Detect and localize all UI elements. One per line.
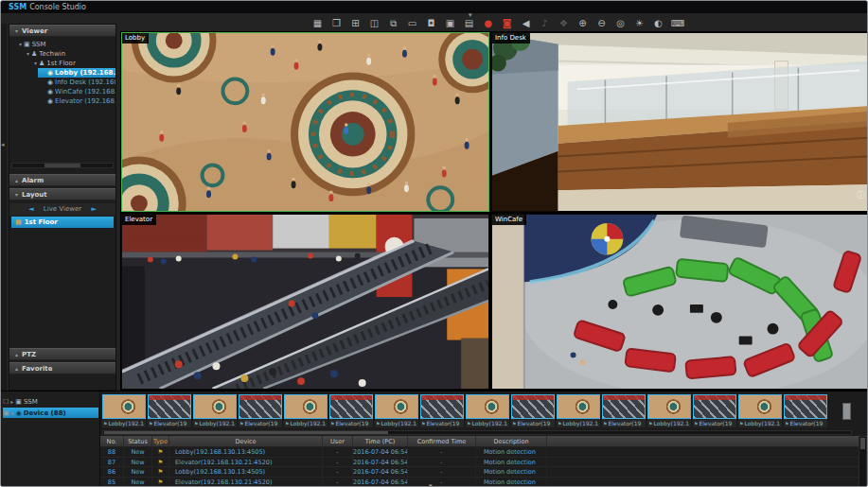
alarm-section-header[interactable]: ▴Alarm bbox=[9, 174, 115, 186]
event-thumbnail[interactable]: ⚑Elevator(19 bbox=[329, 394, 373, 429]
tree-item-camera-info-desk[interactable]: ◉Info Desk (192.168 bbox=[47, 78, 115, 87]
scrollbar-thumb[interactable] bbox=[860, 438, 865, 449]
info-desk-camera-feed bbox=[492, 33, 867, 211]
mic-icon[interactable]: ♪ bbox=[539, 17, 551, 30]
audio-icon[interactable]: ◀ bbox=[520, 17, 532, 30]
quad-split-icon[interactable]: ⊞ bbox=[349, 17, 362, 30]
event-thumbnail[interactable]: ⚑Elevator(19 bbox=[693, 394, 736, 429]
video-tile-info-desk[interactable]: Info Desk ⓘ bbox=[491, 32, 868, 212]
video-tile-wincafe[interactable]: WinCafe bbox=[491, 214, 868, 390]
next-arrow-icon[interactable]: ► bbox=[91, 205, 96, 213]
event-tree-item-device[interactable]: ▣▸◉Device (88) bbox=[3, 408, 98, 418]
event-thumbnail[interactable]: ⚑Elevator(19 bbox=[239, 394, 282, 429]
event-thumbnail[interactable]: ⚑Lobby(192.1 bbox=[466, 394, 509, 429]
layout-section-header[interactable]: ▾Layout bbox=[9, 188, 115, 200]
event-thumbnail[interactable]: ⚑Elevator(19 bbox=[602, 394, 646, 429]
chevron-right-icon: ▸ bbox=[11, 409, 14, 416]
thumbnail-image bbox=[420, 394, 464, 419]
tree-item-camera-wincafe[interactable]: ◉WinCafe (192.168.1 bbox=[47, 87, 115, 96]
col-status[interactable]: Status bbox=[124, 436, 152, 446]
event-row[interactable]: 87New⚑Elevator(192.168.130.21:4520)-2016… bbox=[100, 458, 859, 468]
tree-horizontal-scrollbar[interactable] bbox=[11, 163, 114, 168]
info-icon[interactable]: ⓘ bbox=[857, 189, 865, 201]
col-confirmed-time[interactable]: Confirmed Time bbox=[408, 436, 476, 446]
thumbnail-scrollbar[interactable] bbox=[102, 430, 852, 435]
dual-screen-icon[interactable]: ◫ bbox=[368, 17, 381, 30]
viewer-section-header[interactable]: ▾Viewer bbox=[9, 25, 115, 37]
layout-grid-icon[interactable]: ▦ bbox=[311, 17, 324, 30]
user-group-icon: ♟ bbox=[31, 50, 37, 58]
checkbox-icon[interactable]: ▣ bbox=[3, 409, 9, 417]
col-type[interactable]: Type bbox=[152, 436, 169, 446]
cascade-windows-icon[interactable]: ❐ bbox=[330, 17, 343, 30]
zoom-in-icon[interactable]: ⊕ bbox=[576, 17, 589, 30]
col-no[interactable]: No. bbox=[100, 436, 124, 446]
event-thumbnail[interactable]: ⚑Lobby(192.1 bbox=[284, 394, 328, 429]
alarm-lock-icon[interactable]: ◘ bbox=[425, 17, 437, 30]
camera-flag-icon: ⚑ bbox=[467, 421, 470, 426]
event-type-icon: ⚑ bbox=[152, 478, 169, 487]
sidebar-collapse-icon[interactable]: ◂ bbox=[1, 141, 5, 148]
elevator-camera-feed bbox=[122, 215, 488, 389]
tile-label-lobby: Lobby bbox=[122, 33, 149, 43]
monitor-out-icon[interactable]: ▭ bbox=[406, 17, 418, 30]
scrollbar-thumb[interactable] bbox=[44, 164, 80, 167]
osd-keyboard-icon[interactable]: ⌨ bbox=[671, 17, 683, 30]
print-icon[interactable]: ▤ bbox=[463, 17, 475, 30]
tree-item-1st-floor[interactable]: ▾♟1st Floor bbox=[34, 59, 114, 68]
event-thumbnail[interactable]: ⚑Lobby(192.1 bbox=[738, 394, 782, 429]
event-tree-item-ssm[interactable]: ☐▸▣SSM bbox=[3, 396, 98, 407]
contrast-icon[interactable]: ◐ bbox=[652, 17, 664, 30]
prev-arrow-icon[interactable]: ◄ bbox=[28, 205, 33, 213]
col-filler bbox=[547, 436, 859, 446]
event-row[interactable]: 85New⚑Elevator(192.168.130.21:4520)-2016… bbox=[100, 478, 859, 487]
event-row[interactable]: 86New⚑Lobby(192.168.130.13:4505)-2016-07… bbox=[100, 467, 859, 478]
event-thumbnail[interactable]: ⚑Lobby(192.1 bbox=[375, 394, 418, 429]
tree-item-techwin[interactable]: ▾♟Techwin bbox=[27, 49, 114, 59]
col-description[interactable]: Description bbox=[476, 436, 547, 446]
thumbnail-strip-button[interactable] bbox=[842, 403, 851, 420]
tree-item-ssm[interactable]: ▾▣SSM bbox=[19, 40, 114, 49]
record-all-icon[interactable]: ◙ bbox=[501, 17, 513, 30]
video-tile-elevator[interactable]: Elevator bbox=[121, 214, 489, 390]
video-tile-lobby[interactable]: Lobby bbox=[121, 32, 489, 212]
event-thumbnail-strip: ⚑Lobby(192.1 ⚑Elevator(19 ⚑Lobby(192.1 ⚑… bbox=[102, 394, 827, 429]
event-thumbnail[interactable]: ⚑Elevator(19 bbox=[148, 394, 191, 429]
tree-item-camera-elevator[interactable]: ◉Elevator (192.168.1 bbox=[47, 96, 115, 106]
layout-item-1st-floor[interactable]: ▦1st Floor bbox=[11, 217, 114, 228]
event-thumbnail[interactable]: ⚑Lobby(192.1 bbox=[557, 394, 600, 429]
event-panel: ☐▸▣SSM ▣▸◉Device (88) ⚑Lobby(192.1 ⚑Elev… bbox=[1, 391, 868, 487]
camera-flag-icon: ⚑ bbox=[512, 421, 516, 426]
camera-icon: ◉ bbox=[47, 97, 53, 105]
event-thumbnail[interactable]: ⚑Elevator(19 bbox=[784, 394, 827, 429]
col-device[interactable]: Device bbox=[169, 436, 323, 446]
event-table-scrollbar[interactable] bbox=[859, 436, 867, 487]
server-icon: ▣ bbox=[24, 41, 30, 48]
scrollbar-thumb[interactable] bbox=[104, 431, 388, 434]
brightness-icon[interactable]: ☀ bbox=[633, 17, 646, 30]
event-thumbnail[interactable]: ⚑Lobby(192.1 bbox=[102, 394, 146, 429]
panel-collapse-icon[interactable]: ▾ bbox=[429, 482, 433, 487]
device-icon: ◉ bbox=[16, 409, 22, 417]
zoom-reset-icon[interactable]: ◎ bbox=[614, 17, 627, 30]
ptz-pan-icon[interactable]: ❖ bbox=[558, 17, 570, 30]
record-icon[interactable]: ● bbox=[482, 17, 494, 30]
col-time[interactable]: Time (PC) bbox=[353, 436, 408, 446]
tree-item-camera-lobby[interactable]: ◉Lobby (192.168.13 bbox=[38, 68, 115, 78]
snapshot-camera-icon[interactable]: ▣ bbox=[444, 17, 456, 30]
ptz-section-header[interactable]: ▴PTZ bbox=[9, 348, 115, 360]
event-type-icon: ⚑ bbox=[152, 467, 169, 477]
event-thumbnail[interactable]: ⚑Lobby(192.1 bbox=[647, 394, 691, 429]
chevron-right-icon: ▸ bbox=[10, 398, 13, 405]
tile-label-elevator: Elevator bbox=[122, 215, 156, 225]
event-thumbnail[interactable]: ⚑Lobby(192.1 bbox=[193, 394, 237, 429]
col-user[interactable]: User bbox=[323, 436, 353, 446]
camera-icon: ◉ bbox=[47, 69, 53, 77]
event-row[interactable]: 88New⚑Lobby(192.168.130.13:4505)-2016-07… bbox=[100, 447, 859, 458]
event-thumbnail[interactable]: ⚑Elevator(19 bbox=[511, 394, 555, 429]
copy-layout-icon[interactable]: ⧉ bbox=[387, 17, 399, 30]
favorite-section-header[interactable]: ▴Favorite bbox=[9, 362, 115, 374]
event-thumbnail[interactable]: ⚑Elevator(19 bbox=[420, 394, 464, 429]
zoom-out-icon[interactable]: ⊖ bbox=[595, 17, 608, 30]
checkbox-icon[interactable]: ☐ bbox=[3, 398, 9, 406]
